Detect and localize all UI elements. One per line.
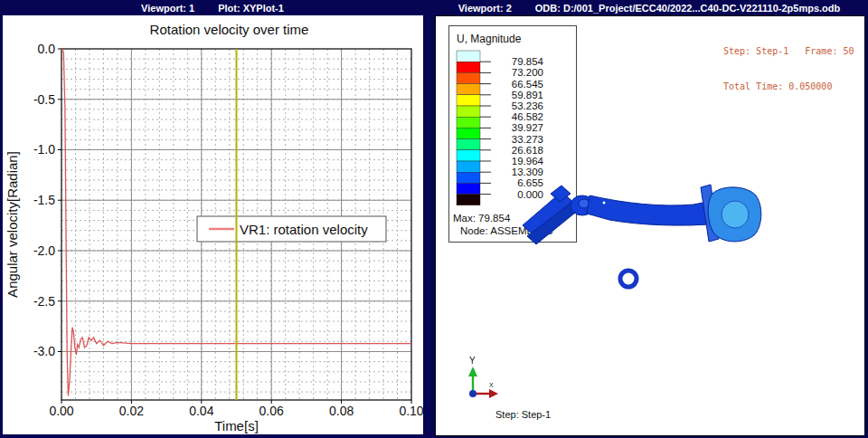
model-node-marker <box>603 202 606 205</box>
deformed-model[interactable] <box>523 185 761 244</box>
x-tick-label: 0.02 <box>119 404 144 418</box>
triad-origin <box>469 390 476 397</box>
curve-legend-label: VR1: rotation velocity <box>240 222 368 237</box>
viewport2-title-label: Viewport: 2 <box>458 3 512 14</box>
y-tick-label: 0.0 <box>38 42 56 56</box>
x-tick-label: 0.04 <box>189 404 213 418</box>
y-tick-label: -1.5 <box>33 193 55 207</box>
xy-plot: 0.000.020.040.060.080.100.0-0.5-1.0-1.5-… <box>3 15 423 434</box>
deformed-model-view: Y X <box>436 16 864 435</box>
viewport2-odb-label: ODB: D:/001_Project/ECC40/2022...C40-DC-… <box>535 3 840 14</box>
orientation-triad: Y X <box>468 356 498 398</box>
y-tick-label: -0.5 <box>33 92 55 107</box>
plot-title: Rotation velocity over time <box>150 22 309 37</box>
x-tick-label: 0.00 <box>49 404 73 418</box>
x-axis-label: Time[s] <box>214 418 259 433</box>
y-tick-label: -3.0 <box>33 344 55 358</box>
x-tick-label: 0.08 <box>329 404 354 418</box>
viewport-2-canvas[interactable]: U, Magnitude79.85473.20066.54559.89153.2… <box>435 15 865 436</box>
viewport2-titlebar[interactable]: Viewport: 2 ODB: D:/001_Project/ECC40/20… <box>432 0 866 15</box>
state-step-line: Step: Step-1 <box>495 409 749 421</box>
y-tick-label: -1.0 <box>33 142 55 157</box>
model-arm-bar <box>587 195 719 225</box>
viewport1-titlebar[interactable]: Viewport: 1 Plot: XYPlot-1 <box>2 0 423 15</box>
triad-y-label: Y <box>469 356 476 366</box>
y-tick-label: -2.5 <box>33 294 55 309</box>
model-hub-face <box>722 201 749 228</box>
viewport1-title-label: Viewport: 1 <box>141 3 194 14</box>
triad-y-arrowhead <box>468 367 477 376</box>
viewport-1-canvas[interactable]: 0.000.020.040.060.080.100.0-0.5-1.0-1.5-… <box>3 15 423 434</box>
viewport1-plot-label: Plot: XYPlot-1 <box>218 3 284 14</box>
odb-state-block: Step: Step-1 Increment 43257: Step Time … <box>495 386 749 436</box>
triad-x-label: X <box>489 382 494 388</box>
y-axis-label: Angular velocity[Radian] <box>5 151 20 298</box>
x-tick-label: 0.06 <box>259 404 284 418</box>
ring-part[interactable] <box>620 271 637 287</box>
y-tick-label: -2.0 <box>33 243 55 258</box>
x-tick-label: 0.10 <box>399 404 423 418</box>
